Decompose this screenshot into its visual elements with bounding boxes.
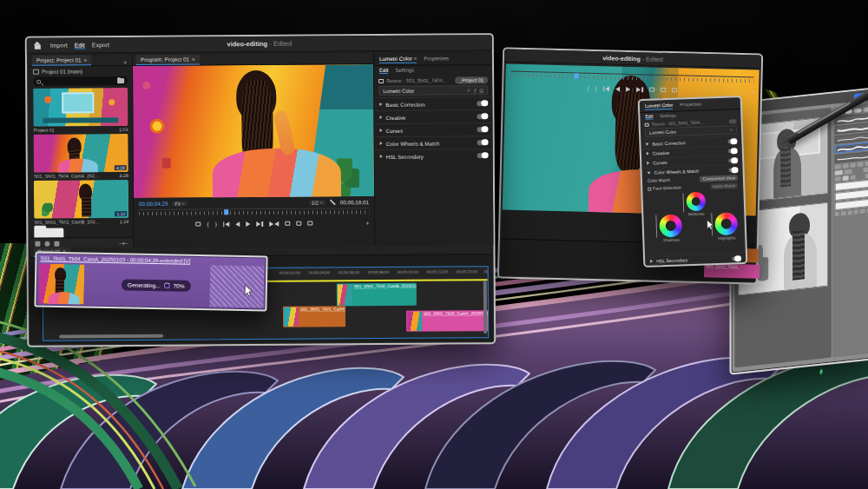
project-item-3[interactable]: 1;19 S01_Sh01_Tk01_CamB_202501031;19 <box>30 180 133 227</box>
subtab-settings[interactable]: Settings <box>660 113 676 120</box>
mark-out-button[interactable]: } <box>215 221 217 227</box>
step-back-button[interactable] <box>615 86 620 91</box>
window2-title: video-editing - Edited <box>504 52 761 64</box>
section-hsl-secondary[interactable]: HSL Secondary <box>645 253 746 266</box>
toggle-hsl-secondary[interactable] <box>732 256 740 261</box>
face-detection-label: Face Detection <box>653 185 681 190</box>
highlights-wheel[interactable]: Highlights <box>714 212 738 241</box>
automate-icon[interactable] <box>44 241 49 246</box>
go-to-in-button[interactable] <box>223 221 230 227</box>
sequence-duration: 00;00;18;01 <box>340 199 369 205</box>
go-to-in-button[interactable] <box>603 86 610 91</box>
source-clip-label: Source · S01_Sh01_Tk04... <box>652 121 703 127</box>
target-chip[interactable] <box>728 119 737 123</box>
subtab-edit[interactable]: Edit <box>379 68 388 74</box>
zoom-slider[interactable]: –●– <box>119 241 128 246</box>
program-video[interactable] <box>133 64 374 198</box>
closed-caption-icon[interactable] <box>196 221 201 226</box>
mark-in-button[interactable]: { <box>207 221 209 227</box>
extract-button[interactable] <box>672 88 677 92</box>
tab-properties[interactable]: Properties <box>680 102 701 109</box>
section-hsl-secondary[interactable]: HSL Secondary <box>375 149 493 162</box>
panel-menu-icon[interactable]: ≡ <box>122 60 128 65</box>
generating-clip-slab[interactable]: S01_Sh01_Tk04_CamA_20250103 - 00;00;04;2… <box>34 251 267 311</box>
project-item-2[interactable]: 4;28 S01_Sh01_Tk04_CamA_202501034;28 <box>30 134 133 181</box>
button-editor-plus[interactable]: + <box>752 89 755 95</box>
toggle-creative[interactable] <box>728 149 737 153</box>
window2-playhead[interactable] <box>574 73 578 78</box>
section-creative[interactable]: Creative <box>374 109 492 123</box>
tab-project[interactable]: Project: Project 01≡ <box>32 55 91 65</box>
midtones-wheel[interactable]: Midtones <box>686 192 706 217</box>
mark-in-button[interactable]: { <box>587 85 589 91</box>
tab-program[interactable]: Program: Project 01≡ <box>136 54 200 65</box>
generating-extended-region <box>209 265 264 307</box>
tab-properties[interactable]: Properties <box>424 55 449 63</box>
toggle-curves[interactable] <box>728 158 737 162</box>
lumetri-preset-dropdown[interactable]: Lumetri Color ˅ ƒ ◎ <box>378 85 488 96</box>
subtab-settings[interactable]: Settings <box>395 68 414 74</box>
clip-icon <box>378 79 384 83</box>
project-item-1[interactable]: Project 011;03 <box>29 88 132 135</box>
export-frame-button[interactable] <box>649 88 654 92</box>
target-project-chip[interactable]: _Project 01 <box>455 76 488 83</box>
play-button[interactable] <box>246 221 250 227</box>
button-editor-plus[interactable]: + <box>365 220 369 226</box>
timeline-horizontal-scrollbar[interactable] <box>59 334 163 339</box>
toggle-basic-correction[interactable] <box>727 139 736 143</box>
window2-clip-pink[interactable]: S01_Sh01_Tk03_ <box>704 263 760 279</box>
main-menu: Import Edit Export <box>34 42 109 50</box>
section-color-wheels[interactable]: Color Wheels & Match <box>375 135 493 149</box>
toggle-basic-correction[interactable] <box>477 101 487 106</box>
program-timecode[interactable]: 00;00;04;29 <box>139 201 168 207</box>
search-icon <box>36 79 41 83</box>
home-icon[interactable] <box>34 42 42 49</box>
settings-wrench-icon[interactable] <box>330 199 336 205</box>
generating-status-text: Generating... <box>128 281 161 288</box>
face-detection-checkbox[interactable] <box>648 187 651 190</box>
timeline-clip-pink[interactable]: S01_Sh01_Tk03_CamA_20250103_ <box>406 310 489 332</box>
export-frame-button[interactable] <box>285 221 290 226</box>
go-to-out-button[interactable] <box>269 221 279 226</box>
tab-lumetri-color[interactable]: Lumetri Color <box>645 102 674 110</box>
tab-lumetri-color[interactable]: Lumetri Color ≡ <box>379 56 417 63</box>
toggle-curves[interactable] <box>477 127 487 132</box>
color-match-label: Color Match <box>648 178 670 183</box>
main-titlebar[interactable]: Import Edit Export video-editing - Edite… <box>27 35 492 54</box>
bin-tool-icon[interactable] <box>54 241 59 246</box>
reset-icon[interactable]: ◎ <box>479 87 483 93</box>
timeline-clip-orange[interactable]: S01_Sh01_Tk01_CamC_20250103_ <box>283 306 345 327</box>
section-curves[interactable]: Curves <box>374 122 492 136</box>
section-basic-correction[interactable]: Basic Correction <box>374 96 492 110</box>
mark-out-button[interactable]: } <box>595 85 597 91</box>
step-forward-button[interactable] <box>636 87 643 92</box>
step-forward-button[interactable] <box>256 221 263 226</box>
resolution-dropdown[interactable]: 1/2 <box>309 200 326 205</box>
new-item-icon[interactable] <box>35 241 40 246</box>
shadows-wheel[interactable]: Shadows <box>659 214 682 242</box>
menu-import[interactable]: Import <box>50 43 68 49</box>
project-search[interactable] <box>33 76 128 86</box>
new-bin-icon[interactable] <box>117 78 124 83</box>
insert-button[interactable] <box>296 221 301 226</box>
apply-match-button[interactable]: Apply Match <box>710 182 739 189</box>
toggle-hsl-secondary[interactable] <box>477 153 488 158</box>
duration-badge: 1;19 <box>115 211 127 216</box>
menu-edit[interactable]: Edit <box>75 42 85 49</box>
step-back-button[interactable] <box>235 221 240 227</box>
lift-button[interactable] <box>661 88 666 92</box>
subtab-edit[interactable]: Edit <box>645 114 653 120</box>
timeline-clip-teal[interactable]: S01_Sh01_Tk02_CamB_20250103_ <box>337 283 417 307</box>
play-button[interactable] <box>626 86 630 91</box>
menu-export[interactable]: Export <box>92 42 109 48</box>
program-playhead[interactable] <box>224 209 228 215</box>
project-panel: Project: Project 01≡ ≡ Project 01 (main)… <box>29 55 135 248</box>
fit-dropdown[interactable]: Fit <box>172 201 187 206</box>
toggle-color-wheels[interactable] <box>728 168 737 172</box>
toggle-color-wheels[interactable] <box>477 140 488 145</box>
bin-breadcrumb[interactable]: Project 01 (main) <box>29 66 132 76</box>
toggle-creative[interactable] <box>477 114 487 119</box>
timeline-vertical-scrollbar[interactable] <box>483 281 487 334</box>
fx-icon[interactable]: ƒ <box>474 88 477 93</box>
overwrite-button[interactable] <box>307 221 312 226</box>
